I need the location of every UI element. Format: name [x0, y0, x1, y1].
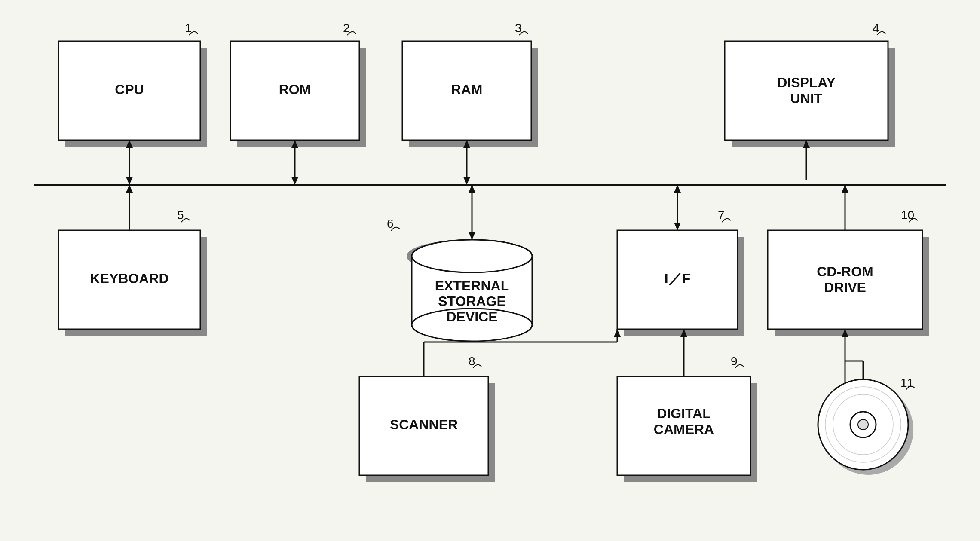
scanner-ref: 8	[469, 355, 475, 368]
rom-ref: 2	[343, 21, 350, 35]
keyboard-ref: 5	[177, 208, 184, 222]
svg-point-58	[858, 419, 868, 430]
cdrom-label2: DRIVE	[824, 280, 866, 295]
cpu-ref: 1	[185, 21, 192, 35]
ext-storage-label2: STORAGE	[438, 293, 506, 309]
digital-camera-ref: 9	[731, 355, 738, 368]
digital-camera-label1: DIGITAL	[657, 406, 711, 421]
cdrom-ref: 10	[901, 208, 914, 222]
ext-storage-ref: 6	[387, 217, 394, 230]
ram-ref: 3	[515, 21, 522, 35]
if-label: I／F	[665, 271, 690, 286]
ext-storage-label1: EXTERNAL	[435, 278, 509, 293]
display-unit-label2: UNIT	[790, 91, 823, 106]
ram-label: RAM	[451, 82, 483, 97]
digital-camera-label2: CAMERA	[654, 422, 714, 437]
svg-point-32	[412, 240, 532, 272]
rom-label: ROM	[279, 82, 311, 97]
keyboard-label: KEYBOARD	[90, 271, 168, 286]
display-unit-label: DISPLAY	[777, 75, 836, 90]
cdrom-label1: CD-ROM	[817, 264, 873, 279]
scanner-label: SCANNER	[390, 417, 458, 432]
disc-ref: 11	[900, 376, 914, 389]
cpu-label: CPU	[115, 82, 144, 97]
system-diagram: CPU 1 ROM 2 RAM 3 DISPLAY UNIT 4 KEYBOAR…	[0, 0, 980, 541]
ext-storage-label3: DEVICE	[446, 309, 497, 324]
if-ref: 7	[718, 208, 725, 222]
display-ref: 4	[873, 21, 879, 35]
